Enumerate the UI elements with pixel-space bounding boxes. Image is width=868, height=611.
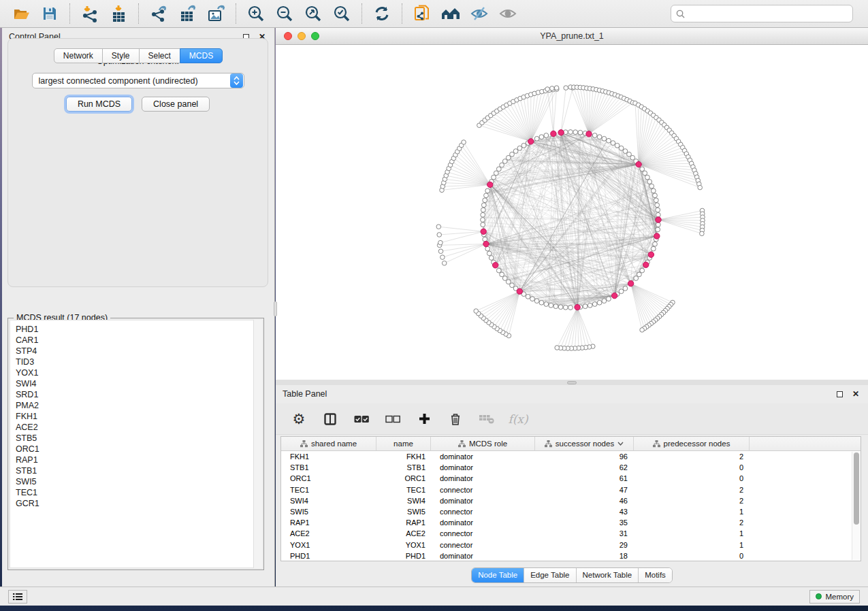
tab-motifs[interactable]: Motifs <box>638 568 672 582</box>
mcds-node-item[interactable]: STP4 <box>10 346 261 357</box>
ring-node[interactable] <box>583 304 588 309</box>
mcds-hub-node[interactable] <box>654 233 660 239</box>
cell-shared-name[interactable]: ORC1 <box>281 474 376 482</box>
cell-predecessor-nodes[interactable]: 0 <box>634 552 750 560</box>
mcds-node-item[interactable]: CAR1 <box>10 335 261 346</box>
cell-predecessor-nodes[interactable]: 0 <box>634 474 750 482</box>
float-table-panel-button[interactable] <box>834 389 845 399</box>
ring-node[interactable] <box>502 276 507 281</box>
cell-name[interactable]: ACE2 <box>376 529 431 538</box>
cell-name[interactable]: SWI4 <box>376 497 431 505</box>
export-image-button[interactable] <box>204 3 227 24</box>
leaf-node[interactable] <box>437 233 442 237</box>
memory-button[interactable]: Memory <box>809 590 860 604</box>
leaf-node[interactable] <box>436 225 441 229</box>
mcds-hub-node[interactable] <box>643 262 649 267</box>
mcds-hub-node[interactable] <box>551 131 556 136</box>
cell-successor-nodes[interactable]: 35 <box>535 518 634 527</box>
tab-select[interactable]: Select <box>139 48 180 63</box>
leaf-node[interactable] <box>554 86 559 90</box>
cell-shared-name[interactable]: SWI4 <box>281 497 376 505</box>
cell-shared-name[interactable]: TEC1 <box>281 486 376 494</box>
close-table-panel-button[interactable]: ✕ <box>850 389 861 399</box>
share-document-button[interactable] <box>411 3 434 24</box>
cell-successor-nodes[interactable]: 47 <box>535 486 634 494</box>
optimization-criterion-select[interactable]: largest connected component (undirected) <box>32 73 244 88</box>
table-row[interactable]: PHD1PHD1dominator180 <box>281 550 861 561</box>
cell-predecessor-nodes[interactable]: 0 <box>634 463 750 472</box>
ring-node[interactable] <box>637 272 642 277</box>
ring-node[interactable] <box>496 268 501 273</box>
table-settings-button[interactable]: ⚙ <box>291 411 307 427</box>
ring-node[interactable] <box>530 297 535 301</box>
cell-successor-nodes[interactable]: 96 <box>535 452 634 461</box>
horizontal-splitter[interactable] <box>276 380 868 385</box>
mcds-hub-node[interactable] <box>481 229 486 234</box>
cell-shared-name[interactable]: STB1 <box>281 463 376 472</box>
leaf-node[interactable] <box>550 86 555 91</box>
mcds-hub-node[interactable] <box>483 241 489 246</box>
mcds-node-item[interactable]: ACE2 <box>10 422 261 433</box>
mcds-hub-node[interactable] <box>493 263 498 268</box>
add-column-button[interactable] <box>416 411 432 427</box>
table-scrollbar-thumb[interactable] <box>854 452 859 525</box>
table-row[interactable]: TEC1TEC1connector472 <box>281 484 861 495</box>
ring-node[interactable] <box>653 242 658 246</box>
ring-node[interactable] <box>607 297 611 301</box>
ring-node[interactable] <box>496 167 501 171</box>
table-row[interactable]: ACE2ACE2connector311 <box>281 528 861 539</box>
mcds-list-scrollbar[interactable] <box>253 320 262 568</box>
table-row[interactable]: RAP1RAP1dominator352 <box>281 517 861 528</box>
ring-node[interactable] <box>619 146 624 150</box>
ring-node[interactable] <box>526 295 530 299</box>
ring-node[interactable] <box>623 286 628 291</box>
ring-node[interactable] <box>494 171 498 176</box>
cell-MCDS-role[interactable]: dominator <box>431 497 535 505</box>
cell-MCDS-role[interactable]: dominator <box>431 552 535 560</box>
cell-MCDS-role[interactable]: dominator <box>431 452 535 461</box>
mcds-node-item[interactable]: SWI5 <box>10 476 261 487</box>
network-view[interactable] <box>276 45 868 380</box>
cell-name[interactable]: RAP1 <box>376 518 431 527</box>
leaf-node[interactable] <box>640 328 645 333</box>
mcds-node-item[interactable]: STB1 <box>10 465 261 476</box>
ring-node[interactable] <box>539 135 544 139</box>
mcds-node-item[interactable]: PHD1 <box>10 324 261 335</box>
leaf-node[interactable] <box>700 231 705 236</box>
tab-style[interactable]: Style <box>102 48 140 63</box>
cell-predecessor-nodes[interactable]: 2 <box>634 497 750 505</box>
ring-node[interactable] <box>517 146 522 150</box>
leaf-node[interactable] <box>555 346 560 350</box>
refresh-layout-button[interactable] <box>370 3 393 24</box>
cell-successor-nodes[interactable]: 43 <box>535 508 634 516</box>
ring-node[interactable] <box>481 218 485 222</box>
cell-MCDS-role[interactable]: connector <box>431 529 535 538</box>
column-header-shared-name[interactable]: shared name <box>281 437 376 450</box>
toggle-columns-button[interactable] <box>322 411 338 427</box>
leaf-node[interactable] <box>442 261 447 266</box>
mcds-hub-node[interactable] <box>612 293 617 298</box>
cell-shared-name[interactable]: ACE2 <box>281 529 376 538</box>
apply-function-button[interactable]: f(x) <box>510 411 526 427</box>
show-all-networks-button[interactable] <box>439 3 462 24</box>
cell-MCDS-role[interactable]: connector <box>431 508 535 516</box>
tab-mcds[interactable]: MCDS <box>180 48 223 63</box>
mcds-hub-node[interactable] <box>517 288 522 294</box>
ring-node[interactable] <box>597 300 602 305</box>
cell-name[interactable]: SWI5 <box>376 508 431 516</box>
ring-node[interactable] <box>578 130 583 135</box>
ring-node[interactable] <box>484 193 489 198</box>
zoom-out-button[interactable] <box>273 3 296 24</box>
ring-node[interactable] <box>597 135 602 139</box>
leaf-node[interactable] <box>438 240 443 245</box>
cell-successor-nodes[interactable]: 18 <box>535 552 634 560</box>
ring-node[interactable] <box>510 152 515 156</box>
leaf-node[interactable] <box>440 255 445 260</box>
tab-node-table[interactable]: Node Table <box>472 568 524 582</box>
ring-node[interactable] <box>615 143 620 148</box>
ring-node[interactable] <box>481 222 485 227</box>
ring-node[interactable] <box>656 227 660 232</box>
ring-node[interactable] <box>640 268 645 273</box>
show-selected-button[interactable] <box>496 3 519 24</box>
ring-node[interactable] <box>656 212 660 217</box>
